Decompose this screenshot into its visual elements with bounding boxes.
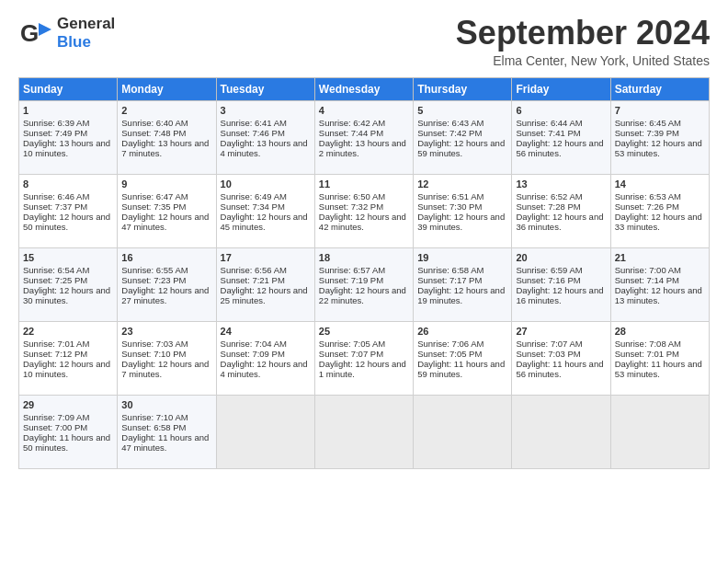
calendar-cell: 24Sunrise: 7:04 AMSunset: 7:09 PMDayligh…: [216, 321, 314, 395]
header-monday: Monday: [118, 77, 216, 100]
calendar-cell: 28Sunrise: 7:08 AMSunset: 7:01 PMDayligh…: [610, 321, 709, 395]
calendar-cell: 14Sunrise: 6:53 AMSunset: 7:26 PMDayligh…: [610, 174, 709, 247]
calendar-body: 1Sunrise: 6:39 AMSunset: 7:49 PMDaylight…: [19, 100, 710, 468]
calendar-cell: 29Sunrise: 7:09 AMSunset: 7:00 PMDayligh…: [19, 395, 118, 468]
calendar-cell: [414, 395, 512, 468]
location: Elma Center, New York, United States: [456, 53, 710, 68]
calendar-cell: 10Sunrise: 6:49 AMSunset: 7:34 PMDayligh…: [216, 174, 314, 247]
day-info: Sunset: 7:23 PM: [121, 275, 211, 285]
calendar-cell: 9Sunrise: 6:47 AMSunset: 7:35 PMDaylight…: [118, 174, 216, 247]
calendar-cell: 30Sunrise: 7:10 AMSunset: 6:58 PMDayligh…: [118, 395, 216, 468]
day-info: Daylight: 12 hours and 1 minute.: [319, 359, 409, 379]
day-info: Sunrise: 7:05 AM: [319, 339, 409, 349]
day-number: 7: [615, 105, 705, 116]
day-number: 6: [516, 105, 606, 116]
calendar-cell: 11Sunrise: 6:50 AMSunset: 7:32 PMDayligh…: [314, 174, 413, 247]
day-info: Sunset: 7:07 PM: [319, 349, 409, 359]
day-info: Sunset: 7:09 PM: [221, 349, 311, 359]
day-info: Sunset: 7:42 PM: [417, 128, 507, 138]
day-info: Sunrise: 7:08 AM: [615, 339, 705, 349]
day-info: Sunset: 7:16 PM: [516, 275, 606, 285]
day-number: 24: [221, 326, 311, 337]
day-info: Sunset: 7:25 PM: [23, 275, 113, 285]
day-info: Daylight: 12 hours and 39 minutes.: [417, 212, 507, 232]
header: G General Blue September 2024 Elma Cente…: [18, 15, 710, 68]
day-info: Sunset: 7:00 PM: [23, 422, 113, 432]
day-info: Sunrise: 6:42 AM: [319, 118, 409, 128]
day-info: Sunrise: 6:43 AM: [417, 118, 507, 128]
day-info: Daylight: 12 hours and 53 minutes.: [615, 138, 705, 158]
day-info: Sunset: 7:28 PM: [516, 201, 606, 212]
logo-line2: Blue: [57, 33, 115, 52]
calendar-cell: [610, 395, 709, 468]
day-info: Daylight: 12 hours and 22 minutes.: [319, 285, 409, 305]
day-info: Sunrise: 6:50 AM: [319, 191, 409, 201]
calendar-cell: 18Sunrise: 6:57 AMSunset: 7:19 PMDayligh…: [314, 247, 413, 321]
calendar-cell: 16Sunrise: 6:55 AMSunset: 7:23 PMDayligh…: [118, 247, 216, 321]
day-info: Daylight: 12 hours and 56 minutes.: [516, 138, 606, 158]
day-info: Daylight: 12 hours and 36 minutes.: [516, 212, 606, 232]
header-thursday: Thursday: [414, 77, 512, 100]
month-title: September 2024: [456, 15, 710, 52]
day-info: Daylight: 11 hours and 59 minutes.: [417, 359, 507, 379]
calendar-cell: 21Sunrise: 7:00 AMSunset: 7:14 PMDayligh…: [610, 247, 709, 321]
day-info: Daylight: 12 hours and 13 minutes.: [615, 285, 705, 305]
day-info: Daylight: 12 hours and 16 minutes.: [516, 285, 606, 305]
header-tuesday: Tuesday: [216, 77, 314, 100]
calendar-cell: 8Sunrise: 6:46 AMSunset: 7:37 PMDaylight…: [19, 174, 118, 247]
day-info: Sunrise: 7:00 AM: [615, 265, 705, 275]
calendar-cell: 13Sunrise: 6:52 AMSunset: 7:28 PMDayligh…: [512, 174, 610, 247]
calendar-cell: 27Sunrise: 7:07 AMSunset: 7:03 PMDayligh…: [512, 321, 610, 395]
day-number: 10: [221, 178, 311, 190]
header-wednesday: Wednesday: [314, 77, 413, 100]
calendar-week-3: 15Sunrise: 6:54 AMSunset: 7:25 PMDayligh…: [19, 247, 710, 321]
day-info: Sunrise: 6:52 AM: [516, 191, 606, 201]
day-info: Sunset: 7:03 PM: [516, 349, 606, 359]
day-info: Sunset: 7:41 PM: [516, 128, 606, 138]
day-number: 1: [23, 105, 113, 116]
calendar-cell: 19Sunrise: 6:58 AMSunset: 7:17 PMDayligh…: [414, 247, 512, 321]
day-info: Sunrise: 7:07 AM: [516, 339, 606, 349]
calendar-cell: 7Sunrise: 6:45 AMSunset: 7:39 PMDaylight…: [610, 100, 709, 174]
day-info: Sunset: 7:01 PM: [615, 349, 705, 359]
calendar-cell: 22Sunrise: 7:01 AMSunset: 7:12 PMDayligh…: [19, 321, 118, 395]
day-info: Sunrise: 6:47 AM: [121, 191, 211, 201]
day-number: 30: [121, 399, 211, 410]
day-number: 9: [121, 178, 211, 190]
day-info: Daylight: 12 hours and 30 minutes.: [23, 285, 113, 305]
svg-text:G: G: [20, 19, 39, 47]
day-number: 21: [615, 252, 705, 263]
header-sunday: Sunday: [19, 77, 118, 100]
day-number: 23: [121, 326, 211, 337]
day-info: Sunset: 7:48 PM: [121, 128, 211, 138]
day-number: 19: [417, 252, 507, 263]
day-info: Sunrise: 6:44 AM: [516, 118, 606, 128]
day-number: 3: [221, 105, 311, 116]
header-saturday: Saturday: [610, 77, 709, 100]
day-info: Daylight: 12 hours and 45 minutes.: [221, 212, 311, 232]
calendar-cell: 25Sunrise: 7:05 AMSunset: 7:07 PMDayligh…: [314, 321, 413, 395]
day-info: Daylight: 12 hours and 4 minutes.: [221, 359, 311, 379]
day-info: Sunrise: 6:40 AM: [121, 118, 211, 128]
day-number: 18: [319, 252, 409, 263]
calendar-cell: 15Sunrise: 6:54 AMSunset: 7:25 PMDayligh…: [19, 247, 118, 321]
calendar-cell: 3Sunrise: 6:41 AMSunset: 7:46 PMDaylight…: [216, 100, 314, 174]
day-info: Sunset: 7:10 PM: [121, 349, 211, 359]
day-number: 13: [516, 178, 606, 190]
calendar-cell: 1Sunrise: 6:39 AMSunset: 7:49 PMDaylight…: [19, 100, 118, 174]
day-info: Sunset: 7:17 PM: [417, 275, 507, 285]
day-info: Daylight: 12 hours and 59 minutes.: [417, 138, 507, 158]
calendar-week-1: 1Sunrise: 6:39 AMSunset: 7:49 PMDaylight…: [19, 100, 710, 174]
calendar-cell: 20Sunrise: 6:59 AMSunset: 7:16 PMDayligh…: [512, 247, 610, 321]
day-info: Sunset: 7:35 PM: [121, 201, 211, 212]
day-number: 22: [23, 326, 113, 337]
day-number: 14: [615, 178, 705, 190]
day-number: 2: [121, 105, 211, 116]
day-info: Sunset: 7:34 PM: [221, 201, 311, 212]
day-info: Daylight: 12 hours and 19 minutes.: [417, 285, 507, 305]
day-info: Sunset: 7:30 PM: [417, 201, 507, 212]
logo: G General Blue: [18, 15, 115, 51]
day-info: Sunrise: 6:56 AM: [221, 265, 311, 275]
calendar-cell: [314, 395, 413, 468]
day-info: Sunrise: 7:09 AM: [23, 412, 113, 422]
